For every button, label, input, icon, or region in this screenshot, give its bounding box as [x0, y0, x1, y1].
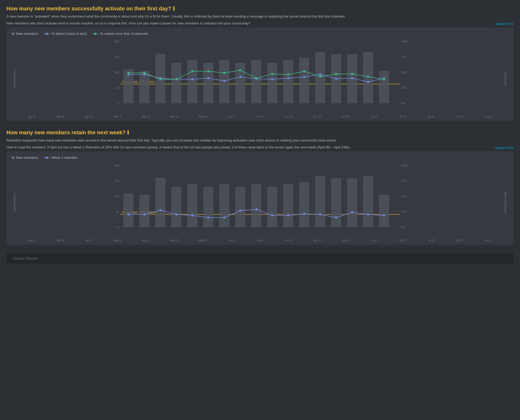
svg-rect-93: [251, 184, 261, 227]
section2-desc2: How to read the numbers: If April 1st ha…: [6, 145, 491, 150]
x-label: Jul 20: [417, 239, 445, 242]
svg-text:0%: 0%: [401, 102, 405, 105]
svg-rect-96: [299, 182, 309, 227]
svg-point-47: [335, 78, 337, 80]
svg-point-41: [239, 76, 241, 78]
svg-rect-89: [187, 184, 198, 227]
svg-point-116: [351, 211, 353, 213]
svg-text:0: 0: [117, 102, 119, 105]
svg-point-111: [271, 214, 273, 217]
export-csv-button-2[interactable]: Export CSV: [496, 146, 514, 150]
svg-rect-26: [267, 63, 277, 103]
x-label: Apr 13: [18, 239, 46, 242]
chart2-inner: 200 150 100 50 0 100% 75% 50% 25% 0% Ben…: [17, 163, 503, 242]
svg-text:50: 50: [116, 86, 119, 89]
chart2-x-labels: Apr 13 Apr 20 Apr 27 May 4 May 11 May 18…: [17, 239, 503, 242]
x-label: Jul 27: [445, 239, 474, 242]
svg-rect-24: [235, 63, 245, 103]
svg-rect-85: [124, 193, 134, 227]
chart1-y-right-label: % activated: [503, 39, 508, 118]
svg-point-118: [383, 214, 385, 217]
svg-point-103: [144, 213, 146, 215]
svg-point-40: [223, 80, 226, 82]
svg-text:50%: 50%: [401, 71, 407, 74]
svg-point-105: [175, 213, 178, 215]
x-label: Jun 8: [246, 239, 274, 242]
svg-rect-86: [140, 195, 150, 227]
svg-rect-91: [219, 184, 230, 227]
legend-new-members-1: New members: [12, 32, 38, 36]
svg-text:200: 200: [114, 164, 119, 167]
svg-point-104: [159, 209, 162, 211]
section1-desc1: A new member is "activated" when they un…: [6, 14, 514, 19]
section1-title: How many new members successfully activa…: [6, 5, 514, 12]
section-activation: How many new members successfully activa…: [6, 5, 514, 121]
x-label: Jul 27: [445, 115, 474, 118]
chart1-wrapper: New members 200 150 100 50 0 100%: [12, 39, 508, 118]
chart1-inner: 200 150 100 50 0 100% 75% 50% 25% 0% Ben…: [17, 39, 503, 118]
x-label: Jul 6: [360, 239, 388, 242]
activation-chart: New members % talked (voice or text) % v…: [6, 27, 514, 121]
retention-chart: New members Week 1 retention New members: [6, 151, 514, 245]
legend-new-members-2: New members: [12, 156, 38, 160]
source-bar: Source: Discord: [6, 253, 514, 264]
x-label: May 11: [132, 239, 160, 242]
svg-rect-90: [203, 187, 214, 227]
svg-text:0: 0: [117, 226, 119, 229]
chart2-wrapper: New members 200 150 100 50 0 100%: [12, 163, 508, 242]
chart1-x-labels: Apr 13 Apr 20 Apr 27 May 4 May 11 May 18…: [17, 115, 503, 118]
svg-point-56: [207, 70, 210, 72]
export-csv-button-1[interactable]: Export CSV: [496, 22, 514, 26]
svg-rect-98: [331, 178, 341, 227]
x-label: Jun 22: [303, 239, 331, 242]
svg-rect-33: [379, 71, 389, 103]
svg-text:100%: 100%: [401, 40, 408, 43]
svg-text:150: 150: [114, 179, 119, 182]
svg-point-39: [207, 77, 210, 79]
x-label: Jun 15: [274, 115, 303, 118]
legend-talked: % talked (voice or text): [44, 32, 87, 36]
visited-line-icon: [92, 34, 99, 34]
x-label: Aug 3: [474, 115, 502, 118]
svg-text:50: 50: [116, 210, 119, 213]
svg-point-109: [239, 210, 241, 212]
svg-point-117: [367, 213, 369, 215]
x-label: Jul 13: [388, 239, 417, 242]
svg-point-115: [335, 217, 337, 219]
svg-point-64: [335, 73, 337, 75]
svg-rect-87: [155, 178, 166, 227]
svg-point-53: [159, 78, 162, 80]
svg-point-54: [175, 78, 178, 80]
x-label: May 11: [132, 115, 160, 118]
new-members-circle-icon-2: [12, 156, 14, 159]
svg-point-107: [207, 217, 210, 219]
svg-point-52: [144, 72, 146, 74]
svg-rect-28: [299, 58, 309, 103]
svg-rect-95: [283, 184, 293, 227]
svg-text:150: 150: [114, 55, 119, 59]
x-label: May 25: [189, 115, 217, 118]
retention-line-icon: [44, 157, 50, 158]
svg-text:100: 100: [114, 71, 119, 74]
svg-text:100: 100: [114, 195, 119, 198]
svg-point-67: [383, 78, 385, 80]
chart1-legend: New members % talked (voice or text) % v…: [12, 32, 508, 36]
svg-point-113: [303, 213, 305, 215]
x-label: Jul 6: [360, 115, 388, 118]
svg-rect-22: [203, 63, 214, 103]
x-label: Jun 29: [331, 115, 360, 118]
x-label: Apr 27: [75, 239, 103, 242]
svg-rect-100: [363, 176, 373, 227]
svg-point-66: [367, 76, 369, 78]
legend-visited: % visited more than 3 channels: [92, 32, 148, 36]
chart1-y-left-label: New members: [12, 39, 17, 118]
svg-text:25%: 25%: [401, 210, 407, 213]
svg-point-46: [319, 73, 321, 76]
svg-point-57: [223, 72, 226, 74]
x-label: Jun 29: [331, 239, 360, 242]
svg-point-60: [271, 73, 273, 75]
svg-rect-21: [187, 60, 198, 103]
svg-point-55: [191, 70, 194, 72]
x-label: May 4: [103, 239, 132, 242]
svg-point-49: [367, 81, 369, 83]
